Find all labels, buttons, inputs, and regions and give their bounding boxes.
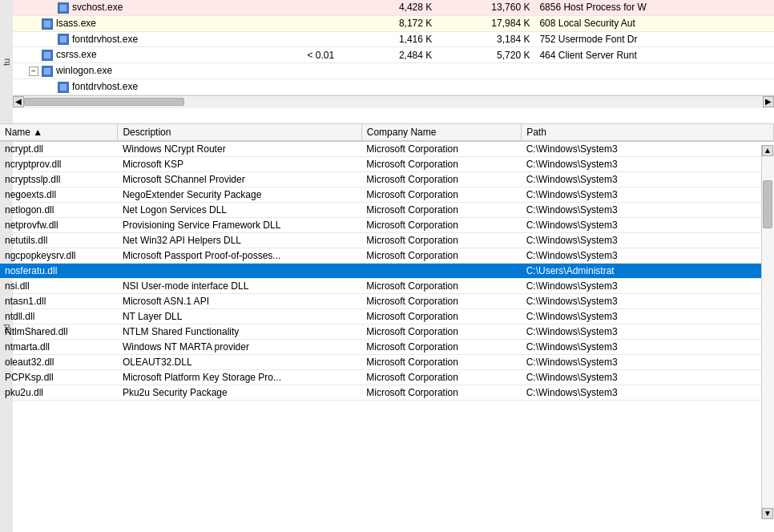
cell-description: Provisioning Service Framework DLL <box>118 218 361 233</box>
process-row[interactable]: csrss.exe < 0.01 2,484 K 5,720 K 464 Cli… <box>13 47 774 63</box>
cell-name: nsi.dll <box>0 279 118 294</box>
process-row[interactable]: −winlogon.exe <box>13 63 774 79</box>
process-name: csrss.exe <box>56 49 97 60</box>
cell-name: ncryptsslp.dll <box>0 172 118 187</box>
process-table: svchost.exe 4,428 K 13,760 K 6856 Host P… <box>13 0 774 95</box>
table-row[interactable]: ntmarta.dll Windows NT MARTA provider Mi… <box>0 340 774 355</box>
col-header-company[interactable]: Company Name <box>361 124 521 141</box>
cell-name: ntasn1.dll <box>0 294 118 309</box>
cell-description: Microsoft Passport Proof-of-posses... <box>118 248 361 264</box>
col-header-description[interactable]: Description <box>118 124 361 141</box>
cell-description: Microsoft KSP <box>118 157 361 172</box>
table-row[interactable]: PCPKsp.dll Microsoft Platform Key Storag… <box>0 370 774 385</box>
cell-name: oleaut32.dll <box>0 355 118 370</box>
scroll-right-arrow[interactable]: ▶ <box>763 96 774 107</box>
cell-company: Microsoft Corporation <box>361 340 521 355</box>
top-horizontal-scrollbar[interactable]: ◀ ▶ <box>13 95 774 108</box>
col-header-path[interactable]: Path <box>522 124 774 141</box>
cell-path: C:\Windows\System3 <box>522 157 774 172</box>
scroll-left-arrow[interactable]: ◀ <box>13 96 24 107</box>
cell-name: ntmarta.dll <box>0 340 118 355</box>
process-icon <box>58 34 69 45</box>
scroll-thumb[interactable] <box>763 180 772 228</box>
cell-path: C:\Windows\System3 <box>522 141 774 157</box>
cell-description: Microsoft Platform Key Storage Pro... <box>118 370 361 385</box>
cell-description: NTLM Shared Functionality <box>118 324 361 340</box>
table-row[interactable]: NtlmShared.dll NTLM Shared Functionality… <box>0 324 774 340</box>
table-row[interactable]: ncryptprov.dll Microsoft KSP Microsoft C… <box>0 157 774 172</box>
cell-name: negoexts.dll <box>0 187 118 203</box>
cell-description: Windows NT MARTA provider <box>118 340 361 355</box>
table-row[interactable]: ntdll.dll NT Layer DLL Microsoft Corpora… <box>0 309 774 324</box>
scroll-track[interactable] <box>762 156 774 508</box>
expand-btn[interactable]: − <box>29 66 38 76</box>
table-row[interactable]: ntasn1.dll Microsoft ASN.1 API Microsoft… <box>0 294 774 309</box>
scroll-down-arrow[interactable]: ▼ <box>762 508 773 519</box>
table-row[interactable]: netlogon.dll Net Logon Services DLL Micr… <box>0 203 774 218</box>
cell-path: C:\Windows\System3 <box>522 248 774 264</box>
cell-company: Microsoft Corporation <box>361 279 521 294</box>
table-row[interactable]: netutils.dll Net Win32 API Helpers DLL M… <box>0 233 774 248</box>
cell-company: Microsoft Corporation <box>361 233 521 248</box>
cell-description: Net Logon Services DLL <box>118 203 361 218</box>
cell-path: C:\Windows\System3 <box>522 355 774 370</box>
cell-path: C:\Windows\System3 <box>522 203 774 218</box>
cell-path: C:\Windows\System3 <box>522 340 774 355</box>
cell-description: NT Layer DLL <box>118 309 361 324</box>
cell-description: Microsoft ASN.1 API <box>118 294 361 309</box>
cell-path: C:\Windows\System3 <box>522 218 774 233</box>
process-row[interactable]: fontdrvhost.exe <box>13 79 774 95</box>
process-icon <box>42 50 53 61</box>
table-row[interactable]: ncrypt.dll Windows NCrypt Router Microso… <box>0 141 774 157</box>
process-name: fontdrvhost.exe <box>72 81 138 92</box>
table-row[interactable]: negoexts.dll NegoExtender Security Packa… <box>0 187 774 203</box>
cell-path: C:\Windows\System3 <box>522 370 774 385</box>
cell-company: Microsoft Corporation <box>361 157 521 172</box>
table-row[interactable]: nsi.dll NSI User-mode interface DLL Micr… <box>0 279 774 294</box>
cell-company: Microsoft Corporation <box>361 248 521 264</box>
cell-name: nosferatu.dll <box>0 264 118 279</box>
cell-name: pku2u.dll <box>0 385 118 401</box>
cell-name: netprovfw.dll <box>0 218 118 233</box>
table-row[interactable]: ncryptsslp.dll Microsoft SChannel Provid… <box>0 172 774 187</box>
cell-name: netlogon.dll <box>0 203 118 218</box>
cell-description: Pku2u Security Package <box>118 385 361 401</box>
cell-description: OLEAUT32.DLL <box>118 355 361 370</box>
table-row[interactable]: nosferatu.dll C:\Users\Administrat <box>0 264 774 279</box>
process-name: fontdrvhost.exe <box>72 34 138 45</box>
cell-name: ncryptprov.dll <box>0 157 118 172</box>
process-icon <box>58 82 69 93</box>
col-header-name[interactable]: Name ▲ <box>0 124 118 141</box>
table-row[interactable]: netprovfw.dll Provisioning Service Frame… <box>0 218 774 233</box>
cell-company: Microsoft Corporation <box>361 172 521 187</box>
cell-company: Microsoft Corporation <box>361 187 521 203</box>
top-side-label: tu <box>0 0 13 123</box>
cell-name: ncrypt.dll <box>0 141 118 157</box>
cell-name: ntdll.dll <box>0 309 118 324</box>
table-row[interactable]: pku2u.dll Pku2u Security Package Microso… <box>0 385 774 401</box>
cell-company: Microsoft Corporation <box>361 370 521 385</box>
scroll-up-arrow[interactable]: ▲ <box>762 145 773 156</box>
cell-path: C:\Windows\System3 <box>522 309 774 324</box>
cell-company: Microsoft Corporation <box>361 324 521 340</box>
vertical-scrollbar[interactable]: ▲ ▼ <box>761 145 774 519</box>
cell-company: Microsoft Corporation <box>361 294 521 309</box>
cell-path: C:\Windows\System3 <box>522 233 774 248</box>
process-name: svchost.exe <box>72 2 123 13</box>
process-row[interactable]: lsass.exe 8,172 K 17,984 K 608 Local Sec… <box>13 15 774 31</box>
cell-path: C:\Users\Administrat <box>522 264 774 279</box>
process-row[interactable]: fontdrvhost.exe 1,416 K 3,184 K 752 User… <box>13 31 774 47</box>
cell-name: NtlmShared.dll <box>0 324 118 340</box>
table-row[interactable]: ngcpopkeysrv.dll Microsoft Passport Proo… <box>0 248 774 264</box>
process-row[interactable]: svchost.exe 4,428 K 13,760 K 6856 Host P… <box>13 0 774 15</box>
table-row[interactable]: oleaut32.dll OLEAUT32.DLL Microsoft Corp… <box>0 355 774 370</box>
cell-company: Microsoft Corporation <box>361 385 521 401</box>
cell-company: Microsoft Corporation <box>361 309 521 324</box>
dll-table: Name ▲ Description Company Name Path ncr… <box>0 124 774 401</box>
cell-name: PCPKsp.dll <box>0 370 118 385</box>
cell-company: Microsoft Corporation <box>361 218 521 233</box>
cell-path: C:\Windows\System3 <box>522 294 774 309</box>
cell-company: Microsoft Corporation <box>361 203 521 218</box>
cell-path: C:\Windows\System3 <box>522 187 774 203</box>
cell-description: Windows NCrypt Router <box>118 141 361 157</box>
